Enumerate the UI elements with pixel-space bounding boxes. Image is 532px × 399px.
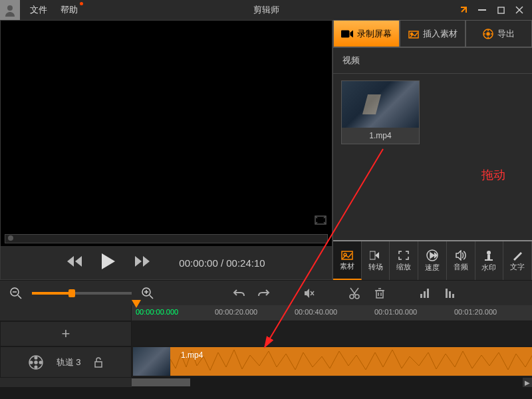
svg-rect-14 [487, 255, 490, 259]
current-time: 00:00:00 [179, 257, 217, 269]
close-button[interactable] [515, 5, 524, 15]
ruler-tick: 00:00:40.000 [295, 308, 337, 316]
tool-audio-label: 音频 [454, 262, 468, 272]
menu-file[interactable]: 文件 [30, 4, 47, 16]
svg-point-32 [39, 361, 42, 364]
cut-button[interactable] [345, 284, 364, 303]
tool-zoom[interactable]: 缩放 [390, 241, 418, 280]
tool-material-label: 素材 [340, 261, 354, 271]
ruler-tick: 00:01:00.000 [374, 308, 417, 316]
menu-help[interactable]: 帮助 [61, 4, 78, 16]
clip-waveform [170, 347, 532, 376]
zoom-in-button[interactable] [138, 284, 157, 303]
clip-label: 1.mp4 [181, 350, 203, 360]
track-label: 轨道 3 [57, 356, 81, 368]
timeline: 00:00:00.000 00:00:20.000 00:00:40.000 0… [0, 305, 532, 387]
horizontal-scrollbar[interactable]: ▶ [132, 378, 532, 387]
title-bar: 文件 帮助 剪辑师 [0, 0, 532, 20]
right-panel-tools: 素材 转场 缩放 速度 音频 水印 文字 [333, 240, 532, 280]
ruler-tick: 00:01:20.000 [454, 308, 497, 316]
zoom-out-button[interactable] [7, 284, 25, 303]
tab-insert-material[interactable]: 插入素材 [400, 20, 466, 47]
minimize-button[interactable] [477, 5, 487, 15]
tab-export-label: 导出 [497, 28, 515, 40]
redo-button[interactable] [255, 284, 273, 303]
tool-zoom-label: 缩放 [396, 262, 411, 272]
rewind-button[interactable] [67, 255, 84, 271]
svg-rect-25 [449, 291, 451, 298]
play-button[interactable] [100, 252, 116, 273]
media-item[interactable]: 1.mp4 [341, 80, 420, 144]
add-track-button[interactable]: + [0, 321, 132, 346]
svg-point-0 [7, 5, 13, 11]
tool-audio[interactable]: 音频 [447, 241, 475, 280]
svg-rect-15 [485, 259, 493, 261]
tab-insert-label: 插入素材 [423, 28, 458, 40]
film-reel-icon [29, 355, 43, 370]
main-menu: 文件 帮助 [30, 4, 78, 16]
timeline-ruler[interactable]: 00:00:00.000 00:00:20.000 00:00:40.000 0… [0, 305, 532, 321]
user-avatar[interactable] [0, 0, 20, 20]
delete-button[interactable] [370, 284, 389, 303]
playhead-time: 00:00:00.000 [136, 308, 178, 316]
tool-speed[interactable]: 速度 [418, 241, 447, 280]
media-bin[interactable]: 1.mp4 拖动 [333, 74, 532, 240]
track-row[interactable]: 1.mp4 [132, 346, 532, 378]
undo-button[interactable] [229, 284, 248, 303]
tab-export[interactable]: 导出 [466, 20, 532, 47]
svg-point-31 [30, 361, 33, 364]
svg-point-13 [487, 251, 491, 255]
levels-button-2[interactable] [441, 284, 460, 303]
svg-point-30 [35, 366, 37, 368]
tool-text-label: 文字 [510, 262, 525, 272]
tool-material[interactable]: 素材 [333, 241, 362, 280]
svg-rect-26 [452, 294, 454, 298]
tab-record-label: 录制屏幕 [357, 28, 392, 40]
ruler-tick: 00:00:20.000 [215, 308, 257, 316]
svg-rect-11 [370, 251, 375, 259]
playback-controls: 00:00:00 / 00:24:10 [1, 246, 332, 279]
scrollbar-right-arrow[interactable]: ▶ [523, 378, 532, 387]
unlock-icon[interactable] [94, 357, 103, 368]
total-time: 00:24:10 [226, 257, 265, 269]
levels-button-1[interactable] [416, 284, 434, 303]
svg-rect-1 [478, 9, 486, 11]
preview-pane: 00:00:00 / 00:24:10 [0, 20, 332, 280]
preview-video[interactable] [1, 21, 332, 231]
drag-annotation-text: 拖动 [481, 167, 505, 183]
timeline-clip[interactable]: 1.mp4 [133, 348, 532, 376]
tool-transition-label: 转场 [368, 262, 383, 272]
tool-text[interactable]: 文字 [503, 241, 532, 280]
media-item-label: 1.mp4 [342, 128, 419, 144]
tool-watermark[interactable]: 水印 [475, 241, 504, 280]
track-header[interactable]: 轨道 3 [0, 346, 132, 378]
mute-button[interactable] [300, 284, 319, 303]
timeline-toolbar [0, 280, 532, 305]
track-row-empty[interactable] [132, 321, 532, 346]
scrollbar-thumb[interactable] [132, 378, 190, 386]
svg-rect-22 [424, 291, 426, 298]
maximize-button[interactable] [496, 5, 505, 15]
tab-record-screen[interactable]: 录制屏幕 [333, 20, 400, 47]
tool-speed-label: 速度 [425, 263, 440, 273]
tool-watermark-label: 水印 [481, 263, 496, 273]
preview-scrubber[interactable] [5, 234, 328, 243]
time-display: 00:00:00 / 00:24:10 [179, 257, 265, 269]
svg-rect-33 [95, 362, 102, 367]
media-thumbnail [342, 81, 419, 128]
app-title: 剪辑师 [253, 4, 279, 16]
svg-rect-21 [420, 294, 422, 298]
svg-rect-23 [427, 289, 429, 298]
forward-button[interactable] [132, 255, 150, 271]
svg-point-29 [35, 356, 37, 359]
section-label-video: 视频 [333, 48, 532, 74]
fullscreen-icon[interactable] [315, 215, 327, 227]
svg-rect-4 [341, 31, 349, 37]
menu-help-label: 帮助 [61, 5, 78, 15]
tool-transition[interactable]: 转场 [362, 241, 390, 280]
notification-dot [80, 2, 83, 5]
svg-point-8 [487, 33, 489, 35]
restore-external-icon[interactable] [459, 5, 468, 15]
svg-rect-2 [497, 7, 503, 13]
zoom-slider[interactable] [32, 292, 132, 295]
